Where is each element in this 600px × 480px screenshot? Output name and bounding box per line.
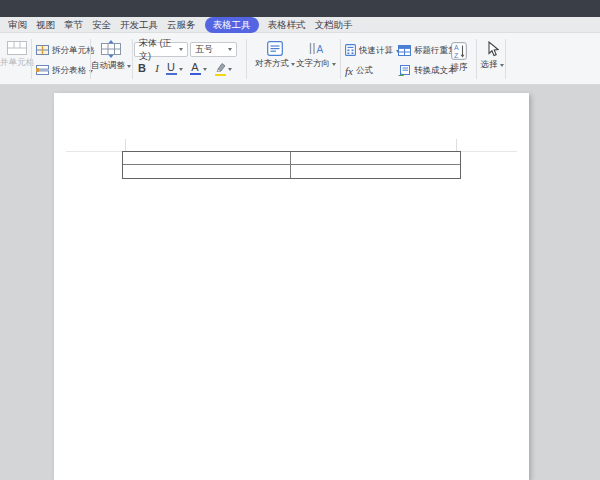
tab-document-assistant[interactable]: 文档助手 — [315, 19, 353, 31]
merge-cells-button[interactable]: 并单元格 — [0, 41, 40, 69]
tab-review[interactable]: 审阅 — [8, 19, 27, 31]
bold-button[interactable]: B — [135, 62, 149, 78]
italic-button[interactable]: I — [152, 62, 162, 78]
tab-table-style[interactable]: 表格样式 — [268, 19, 306, 31]
chevron-down-icon — [228, 68, 232, 71]
underline-button[interactable]: U — [164, 62, 184, 78]
titlebar — [0, 0, 600, 17]
table-cell[interactable] — [291, 152, 460, 165]
toolbar-separator — [132, 39, 133, 79]
align-style-button[interactable]: 对齐方式 — [254, 41, 296, 70]
sort-az-icon: A Z — [451, 52, 467, 62]
calculator-icon — [345, 44, 356, 58]
chevron-down-icon — [179, 68, 183, 71]
cursor-arrow-icon — [486, 49, 499, 59]
document-page[interactable] — [54, 93, 529, 480]
fx-icon: fx — [345, 65, 353, 77]
tab-security[interactable]: 安全 — [92, 19, 111, 31]
tab-cloud-service[interactable]: 云服务 — [167, 19, 196, 31]
formula-button[interactable]: fx 公式 — [345, 65, 373, 77]
merge-cells-icon — [7, 47, 27, 57]
wps-window: 审阅 视图 章节 安全 开发工具 云服务 表格工具 表格样式 文档助手 并单元格 — [0, 0, 600, 480]
right-margin-tick — [456, 139, 457, 151]
chevron-down-icon — [332, 63, 336, 66]
toolbar-separator — [340, 39, 341, 79]
table-cell[interactable] — [291, 165, 460, 178]
document-area — [0, 85, 600, 480]
convert-to-text-icon — [398, 65, 411, 78]
chevron-down-icon — [228, 48, 232, 51]
chevron-down-icon — [500, 64, 504, 67]
tab-table-tools[interactable]: 表格工具 — [205, 17, 259, 33]
menu-bar: 审阅 视图 章节 安全 开发工具 云服务 表格工具 表格样式 文档助手 — [0, 17, 600, 33]
autofit-icon — [100, 50, 122, 60]
highlight-button[interactable] — [212, 62, 234, 78]
toolbar-separator — [246, 39, 247, 79]
underline-color-bar — [166, 73, 177, 75]
toolbar-ribbon: 并单元格 拆分单元格 拆分表格 — [0, 33, 600, 85]
text-direction-icon: A — [308, 48, 324, 58]
split-cells-icon — [36, 45, 49, 57]
split-table-icon — [36, 65, 49, 77]
tab-developer-tools[interactable]: 开发工具 — [120, 19, 158, 31]
split-table-button[interactable]: 拆分表格 — [36, 65, 93, 77]
tab-section[interactable]: 章节 — [64, 19, 83, 31]
align-icon — [267, 48, 283, 58]
font-color-bar — [190, 73, 201, 75]
chevron-down-icon — [203, 68, 207, 71]
repeat-header-icon — [398, 45, 411, 58]
select-button[interactable]: 选择 — [479, 41, 505, 71]
svg-text:A: A — [317, 44, 324, 55]
tab-view[interactable]: 视图 — [36, 19, 55, 31]
table-cell[interactable] — [123, 165, 291, 178]
toolbar-separator — [476, 39, 477, 79]
table-cell[interactable] — [123, 152, 291, 165]
document-table[interactable] — [122, 151, 461, 179]
left-margin-tick — [125, 139, 126, 151]
toolbar-separator — [31, 39, 32, 79]
svg-text:Z: Z — [454, 52, 459, 59]
highlight-color-bar — [215, 74, 226, 76]
svg-text:A: A — [454, 44, 459, 51]
font-name-select[interactable]: 宋体 (正文) — [134, 42, 188, 57]
text-direction-button[interactable]: A 文字方向 — [295, 41, 337, 70]
chevron-down-icon — [179, 48, 183, 51]
split-cells-button[interactable]: 拆分单元格 — [36, 45, 95, 57]
sort-button[interactable]: A Z 排序 — [445, 42, 473, 74]
toolbar-separator — [90, 39, 91, 79]
font-color-button[interactable]: A — [188, 62, 208, 78]
quick-calc-button[interactable]: 快速计算 — [345, 45, 400, 57]
autofit-button[interactable]: 自动调整 — [93, 40, 129, 72]
toolbar-separator — [505, 39, 506, 79]
chevron-down-icon — [127, 65, 131, 68]
highlighter-icon — [215, 62, 226, 73]
font-size-select[interactable]: 五号 — [190, 42, 237, 57]
